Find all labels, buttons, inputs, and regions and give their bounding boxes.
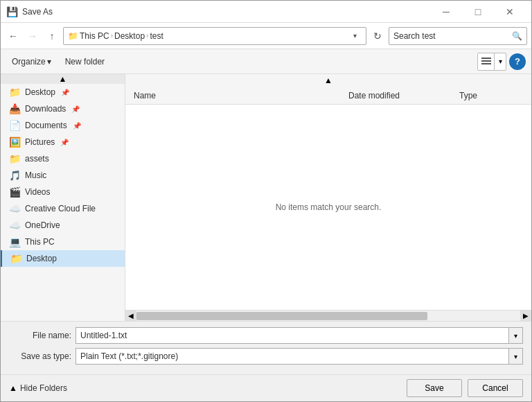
- pin-icon-downloads: 📌: [71, 105, 80, 113]
- forward-button[interactable]: →: [24, 28, 41, 44]
- filename-input[interactable]: [76, 331, 508, 340]
- sidebar-item-desktop-active[interactable]: 📁 Desktop: [1, 250, 125, 267]
- assets-icon: 📁: [9, 153, 21, 164]
- maximize-button[interactable]: □: [462, 1, 494, 23]
- toolbar: ← → ↑ 📁 This PC › Desktop › test ▾: [1, 23, 531, 49]
- action-bar-right: ▾ ?: [477, 53, 526, 71]
- sidebar-item-documents[interactable]: 📄 Documents 📌: [1, 117, 125, 134]
- refresh-button[interactable]: ↻: [369, 28, 386, 44]
- scroll-up-arrow: ▲: [324, 76, 332, 85]
- address-segment-desktop: Desktop ›: [114, 31, 148, 41]
- address-segment-thispc: This PC ›: [80, 31, 113, 41]
- scrollbar-thumb[interactable]: [136, 312, 427, 320]
- sidebar-item-videos[interactable]: 🎬 Videos: [1, 184, 125, 200]
- cancel-button[interactable]: Cancel: [468, 379, 523, 397]
- address-dropdown-button[interactable]: ▾: [348, 28, 362, 44]
- sidebar-item-downloads[interactable]: 📥 Downloads 📌: [1, 101, 125, 117]
- filename-label: File name:: [9, 331, 71, 340]
- filetype-input-wrapper: ▾: [76, 348, 523, 365]
- pin-icon-pictures: 📌: [60, 139, 69, 146]
- address-segment-test: test: [150, 31, 163, 41]
- svg-rect-0: [481, 58, 491, 59]
- sidebar: ▲ 📁 Desktop 📌 📥 Downloads 📌: [1, 74, 125, 321]
- scrollbar-track[interactable]: [136, 311, 520, 322]
- view-expand-button[interactable]: ▾: [495, 53, 506, 70]
- address-bar[interactable]: 📁 This PC › Desktop › test ▾: [63, 27, 366, 45]
- action-bar: Organize ▾ New folder ▾ ?: [1, 49, 531, 74]
- hide-folders-icon: ▲: [9, 383, 17, 393]
- window-title: Save As: [22, 7, 53, 17]
- sidebar-item-desktop-pinned[interactable]: 📁 Desktop 📌: [1, 84, 125, 101]
- sidebar-item-music[interactable]: 🎵 Music: [1, 167, 125, 184]
- save-as-dialog: 💾 Save As ─ □ ✕ ← → ↑ 📁 This PC › Deskto…: [0, 0, 532, 402]
- svg-rect-2: [481, 63, 491, 64]
- footer: ▲ Hide Folders Save Cancel: [1, 374, 531, 401]
- organize-button[interactable]: Organize ▾: [6, 53, 57, 71]
- col-header-date[interactable]: Date modified: [346, 91, 456, 101]
- main-area: ▲ 📁 Desktop 📌 📥 Downloads 📌: [1, 74, 531, 321]
- filetype-label: Save as type:: [9, 351, 71, 361]
- new-folder-button[interactable]: New folder: [60, 53, 110, 71]
- title-bar-left: 💾 Save As: [6, 6, 53, 17]
- sidebar-item-pictures[interactable]: 🖼️ Pictures 📌: [1, 134, 125, 150]
- hide-folders[interactable]: ▲ Hide Folders: [9, 383, 67, 393]
- thispc-icon: 💻: [9, 236, 21, 247]
- column-headers: Name Date modified Type: [125, 87, 531, 105]
- file-list: No items match your search.: [125, 105, 531, 310]
- search-button[interactable]: 🔍: [512, 31, 522, 41]
- pictures-icon: 🖼️: [9, 137, 21, 148]
- file-area: ▲ Name Date modified Type No items match…: [125, 74, 531, 321]
- action-bar-left: Organize ▾ New folder: [6, 53, 110, 71]
- sidebar-item-cc[interactable]: ☁️ Creative Cloud File: [1, 200, 125, 217]
- sidebar-scroll-up[interactable]: ▲: [1, 74, 125, 84]
- bottom-form: File name: ▾ Save as type: ▾: [1, 321, 531, 374]
- sidebar-item-assets[interactable]: 📁 assets: [1, 150, 125, 167]
- desktop-icon: 📁: [9, 87, 21, 98]
- save-button[interactable]: Save: [407, 379, 462, 397]
- view-options: ▾: [477, 53, 506, 71]
- search-input[interactable]: [393, 31, 509, 41]
- music-icon: 🎵: [9, 170, 21, 181]
- sidebar-inner: ▲ 📁 Desktop 📌 📥 Downloads 📌: [1, 74, 125, 267]
- help-button[interactable]: ?: [509, 53, 526, 70]
- videos-icon: 🎬: [9, 186, 21, 198]
- up-button[interactable]: ↑: [44, 28, 60, 44]
- col-header-name[interactable]: Name: [131, 91, 346, 101]
- col-header-type[interactable]: Type: [456, 91, 526, 101]
- filetype-row: Save as type: ▾: [9, 348, 523, 365]
- filename-input-wrapper: ▾: [76, 327, 523, 344]
- filetype-input[interactable]: [76, 351, 508, 361]
- scroll-left-button[interactable]: ◀: [125, 311, 136, 322]
- footer-buttons: Save Cancel: [407, 379, 523, 397]
- svg-rect-1: [481, 60, 491, 62]
- empty-message: No items match your search.: [276, 202, 382, 212]
- downloads-icon: 📥: [9, 103, 21, 114]
- address-path: 📁 This PC › Desktop › test: [68, 31, 345, 41]
- filename-dropdown-button[interactable]: ▾: [508, 328, 522, 343]
- hide-folders-label: Hide Folders: [20, 383, 67, 393]
- sidebar-item-onedrive[interactable]: ☁️ OneDrive: [1, 217, 125, 234]
- desktop-active-icon: 📁: [10, 253, 22, 264]
- filename-row: File name: ▾: [9, 327, 523, 344]
- file-area-scroll-up[interactable]: ▲: [125, 74, 531, 87]
- title-bar: 💾 Save As ─ □ ✕: [1, 1, 531, 23]
- view-list-button[interactable]: [478, 53, 495, 70]
- back-button[interactable]: ←: [5, 28, 21, 44]
- title-icon: 💾: [6, 6, 18, 17]
- minimize-button[interactable]: ─: [430, 1, 462, 23]
- cc-icon: ☁️: [9, 203, 21, 214]
- pin-icon: 📌: [61, 89, 69, 96]
- title-bar-controls: ─ □ ✕: [430, 1, 526, 23]
- onedrive-icon: ☁️: [9, 220, 21, 231]
- sidebar-item-thispc[interactable]: 💻 This PC: [1, 234, 125, 250]
- search-box: 🔍: [389, 27, 527, 45]
- address-folder-icon: 📁: [68, 31, 78, 41]
- scroll-right-button[interactable]: ▶: [520, 311, 531, 322]
- filetype-dropdown-button[interactable]: ▾: [508, 349, 522, 364]
- documents-icon: 📄: [9, 120, 21, 131]
- view-list-icon: [481, 57, 491, 67]
- close-button[interactable]: ✕: [494, 1, 526, 23]
- horizontal-scrollbar: ◀ ▶: [125, 310, 531, 321]
- pin-icon-documents: 📌: [73, 122, 81, 130]
